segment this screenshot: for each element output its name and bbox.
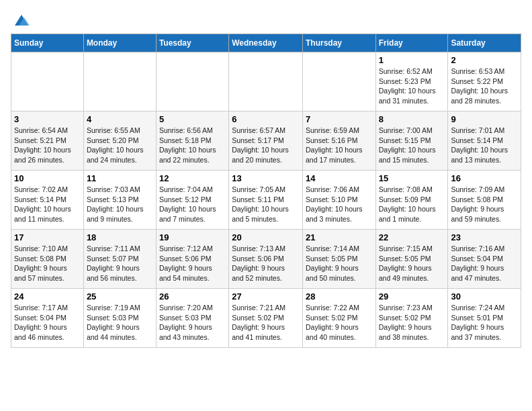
day-info: Sunrise: 7:17 AM Sunset: 5:04 PM Dayligh… <box>14 303 81 342</box>
day-number: 11 <box>87 173 153 183</box>
day-info: Sunrise: 7:20 AM Sunset: 5:03 PM Dayligh… <box>159 303 226 342</box>
calendar-cell: 5Sunrise: 6:56 AM Sunset: 5:18 PM Daylig… <box>156 111 228 171</box>
calendar-cell <box>83 52 156 111</box>
day-number: 19 <box>159 232 226 242</box>
day-info: Sunrise: 7:15 AM Sunset: 5:05 PM Dayligh… <box>379 244 445 283</box>
calendar-cell: 20Sunrise: 7:13 AM Sunset: 5:06 PM Dayli… <box>229 230 303 289</box>
weekday-header-wednesday: Wednesday <box>229 34 303 52</box>
day-info: Sunrise: 7:11 AM Sunset: 5:07 PM Dayligh… <box>87 244 153 283</box>
day-number: 6 <box>232 114 300 124</box>
calendar-week-1: 1Sunrise: 6:52 AM Sunset: 5:23 PM Daylig… <box>11 52 521 111</box>
day-number: 25 <box>87 291 153 302</box>
calendar-cell <box>156 52 228 111</box>
day-number: 12 <box>159 173 226 183</box>
day-number: 18 <box>87 232 153 242</box>
calendar-cell: 8Sunrise: 7:00 AM Sunset: 5:15 PM Daylig… <box>375 111 448 171</box>
day-number: 24 <box>14 291 81 302</box>
calendar-cell: 30Sunrise: 7:24 AM Sunset: 5:01 PM Dayli… <box>448 289 521 348</box>
day-info: Sunrise: 7:13 AM Sunset: 5:06 PM Dayligh… <box>232 244 300 283</box>
calendar-cell: 9Sunrise: 7:01 AM Sunset: 5:14 PM Daylig… <box>448 111 521 171</box>
day-number: 22 <box>379 232 445 242</box>
day-number: 14 <box>306 173 373 183</box>
day-info: Sunrise: 6:59 AM Sunset: 5:16 PM Dayligh… <box>306 126 373 165</box>
weekday-header-sunday: Sunday <box>11 34 84 52</box>
day-number: 23 <box>451 232 518 242</box>
day-info: Sunrise: 7:09 AM Sunset: 5:08 PM Dayligh… <box>451 185 518 224</box>
calendar-cell: 19Sunrise: 7:12 AM Sunset: 5:06 PM Dayli… <box>156 230 228 289</box>
day-number: 27 <box>232 291 300 302</box>
calendar-cell: 29Sunrise: 7:23 AM Sunset: 5:02 PM Dayli… <box>375 289 448 348</box>
calendar-table: SundayMondayTuesdayWednesdayThursdayFrid… <box>11 34 521 348</box>
calendar-cell: 2Sunrise: 6:53 AM Sunset: 5:22 PM Daylig… <box>448 52 521 111</box>
day-number: 17 <box>14 232 81 242</box>
calendar-cell: 3Sunrise: 6:54 AM Sunset: 5:21 PM Daylig… <box>11 111 84 171</box>
day-number: 10 <box>14 173 81 183</box>
day-info: Sunrise: 7:19 AM Sunset: 5:03 PM Dayligh… <box>87 303 153 342</box>
day-number: 21 <box>306 232 373 242</box>
day-number: 30 <box>451 291 518 302</box>
day-number: 28 <box>306 291 373 302</box>
day-info: Sunrise: 7:00 AM Sunset: 5:15 PM Dayligh… <box>379 126 445 165</box>
day-info: Sunrise: 7:12 AM Sunset: 5:06 PM Dayligh… <box>159 244 226 283</box>
calendar-cell: 13Sunrise: 7:05 AM Sunset: 5:11 PM Dayli… <box>229 171 303 230</box>
weekday-header-saturday: Saturday <box>448 34 521 52</box>
day-number: 26 <box>159 291 226 302</box>
calendar-cell: 27Sunrise: 7:21 AM Sunset: 5:02 PM Dayli… <box>229 289 303 348</box>
day-info: Sunrise: 6:53 AM Sunset: 5:22 PM Dayligh… <box>451 66 518 106</box>
calendar-cell <box>229 52 303 111</box>
day-info: Sunrise: 7:03 AM Sunset: 5:13 PM Dayligh… <box>87 185 153 224</box>
day-info: Sunrise: 7:06 AM Sunset: 5:10 PM Dayligh… <box>306 185 373 224</box>
calendar-cell: 14Sunrise: 7:06 AM Sunset: 5:10 PM Dayli… <box>302 171 375 230</box>
day-number: 16 <box>451 173 518 183</box>
calendar-cell: 17Sunrise: 7:10 AM Sunset: 5:08 PM Dayli… <box>11 230 84 289</box>
day-number: 15 <box>379 173 445 183</box>
calendar-cell: 18Sunrise: 7:11 AM Sunset: 5:07 PM Dayli… <box>83 230 156 289</box>
calendar-cell: 21Sunrise: 7:14 AM Sunset: 5:05 PM Dayli… <box>302 230 375 289</box>
calendar-cell: 26Sunrise: 7:20 AM Sunset: 5:03 PM Dayli… <box>156 289 228 348</box>
calendar-cell: 6Sunrise: 6:57 AM Sunset: 5:17 PM Daylig… <box>229 111 303 171</box>
calendar-cell: 28Sunrise: 7:22 AM Sunset: 5:02 PM Dayli… <box>302 289 375 348</box>
day-number: 2 <box>451 55 518 65</box>
day-info: Sunrise: 6:57 AM Sunset: 5:17 PM Dayligh… <box>232 126 300 165</box>
day-info: Sunrise: 7:16 AM Sunset: 5:04 PM Dayligh… <box>451 244 518 283</box>
day-info: Sunrise: 7:24 AM Sunset: 5:01 PM Dayligh… <box>451 303 518 342</box>
day-info: Sunrise: 7:08 AM Sunset: 5:09 PM Dayligh… <box>379 185 445 224</box>
day-number: 7 <box>306 114 373 124</box>
day-info: Sunrise: 6:52 AM Sunset: 5:23 PM Dayligh… <box>379 66 445 106</box>
calendar-cell: 16Sunrise: 7:09 AM Sunset: 5:08 PM Dayli… <box>448 171 521 230</box>
day-info: Sunrise: 7:04 AM Sunset: 5:12 PM Dayligh… <box>159 185 226 224</box>
calendar-cell: 22Sunrise: 7:15 AM Sunset: 5:05 PM Dayli… <box>375 230 448 289</box>
calendar-week-3: 10Sunrise: 7:02 AM Sunset: 5:14 PM Dayli… <box>11 171 521 230</box>
calendar-week-2: 3Sunrise: 6:54 AM Sunset: 5:21 PM Daylig… <box>11 111 521 171</box>
page-header <box>11 11 521 26</box>
day-info: Sunrise: 7:05 AM Sunset: 5:11 PM Dayligh… <box>232 185 300 224</box>
calendar-week-4: 17Sunrise: 7:10 AM Sunset: 5:08 PM Dayli… <box>11 230 521 289</box>
day-info: Sunrise: 7:02 AM Sunset: 5:14 PM Dayligh… <box>14 185 81 224</box>
day-number: 29 <box>379 291 445 302</box>
calendar-cell: 1Sunrise: 6:52 AM Sunset: 5:23 PM Daylig… <box>375 52 448 111</box>
calendar-cell: 7Sunrise: 6:59 AM Sunset: 5:16 PM Daylig… <box>302 111 375 171</box>
day-info: Sunrise: 7:23 AM Sunset: 5:02 PM Dayligh… <box>379 303 445 342</box>
calendar-cell: 23Sunrise: 7:16 AM Sunset: 5:04 PM Dayli… <box>448 230 521 289</box>
day-info: Sunrise: 7:21 AM Sunset: 5:02 PM Dayligh… <box>232 303 300 342</box>
day-info: Sunrise: 7:22 AM Sunset: 5:02 PM Dayligh… <box>306 303 373 342</box>
calendar-week-5: 24Sunrise: 7:17 AM Sunset: 5:04 PM Dayli… <box>11 289 521 348</box>
calendar-cell: 4Sunrise: 6:55 AM Sunset: 5:20 PM Daylig… <box>83 111 156 171</box>
calendar-cell: 25Sunrise: 7:19 AM Sunset: 5:03 PM Dayli… <box>83 289 156 348</box>
day-number: 13 <box>232 173 300 183</box>
day-info: Sunrise: 7:14 AM Sunset: 5:05 PM Dayligh… <box>306 244 373 283</box>
logo <box>11 11 31 26</box>
calendar-cell: 11Sunrise: 7:03 AM Sunset: 5:13 PM Dayli… <box>83 171 156 230</box>
calendar-cell: 15Sunrise: 7:08 AM Sunset: 5:09 PM Dayli… <box>375 171 448 230</box>
day-number: 8 <box>379 114 445 124</box>
calendar-cell: 24Sunrise: 7:17 AM Sunset: 5:04 PM Dayli… <box>11 289 84 348</box>
calendar-cell <box>302 52 375 111</box>
day-info: Sunrise: 6:55 AM Sunset: 5:20 PM Dayligh… <box>87 126 153 165</box>
calendar-cell <box>11 52 84 111</box>
day-info: Sunrise: 7:01 AM Sunset: 5:14 PM Dayligh… <box>451 126 518 165</box>
day-number: 3 <box>14 114 81 124</box>
day-number: 1 <box>379 55 445 65</box>
weekday-header-monday: Monday <box>83 34 156 52</box>
day-number: 20 <box>232 232 300 242</box>
logo-icon <box>12 11 31 30</box>
